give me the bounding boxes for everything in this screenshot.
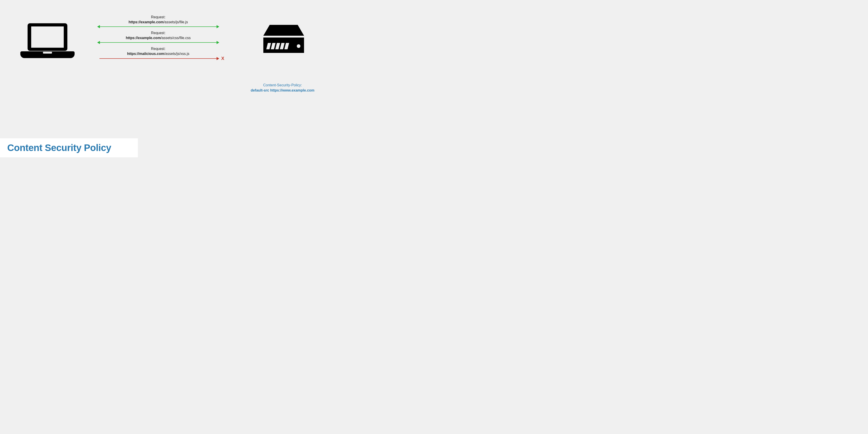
csp-header-name: Content-Security-Policy:	[246, 83, 319, 88]
request-3: Request: https://malicious.com/assets/js…	[97, 46, 219, 56]
svg-marker-3	[264, 25, 304, 36]
csp-header-value: default-src https://www.example.com	[246, 88, 319, 93]
blocked-x-icon: X	[221, 56, 224, 61]
page-title: Content Security Policy	[7, 143, 129, 153]
csp-header-caption: Content-Security-Policy: default-src htt…	[246, 83, 319, 93]
server-icon	[264, 25, 304, 55]
svg-rect-1	[31, 26, 64, 48]
request-url: https://malicious.com/assets/js/xss.js	[97, 51, 219, 56]
request-1: Request: https://example.com/assets/js/f…	[97, 15, 219, 24]
request-label: Request:	[97, 15, 219, 20]
arrow-blocked: X	[97, 57, 219, 60]
csp-diagram: Request: https://example.com/assets/js/f…	[20, 15, 305, 101]
bidirectional-arrow-allowed	[97, 41, 219, 44]
request-url: https://example.com/assets/js/file.js	[97, 20, 219, 25]
laptop-icon	[20, 22, 74, 63]
request-url: https://example.com/assets/css/file.css	[97, 35, 219, 40]
svg-rect-2	[43, 52, 52, 54]
request-flows: Request: https://example.com/assets/js/f…	[97, 15, 219, 62]
request-2: Request: https://example.com/assets/css/…	[97, 31, 219, 40]
title-band: Content Security Policy	[0, 138, 138, 157]
svg-point-10	[297, 44, 301, 48]
bidirectional-arrow-allowed	[97, 25, 219, 28]
request-label: Request:	[97, 46, 219, 51]
request-label: Request:	[97, 31, 219, 35]
